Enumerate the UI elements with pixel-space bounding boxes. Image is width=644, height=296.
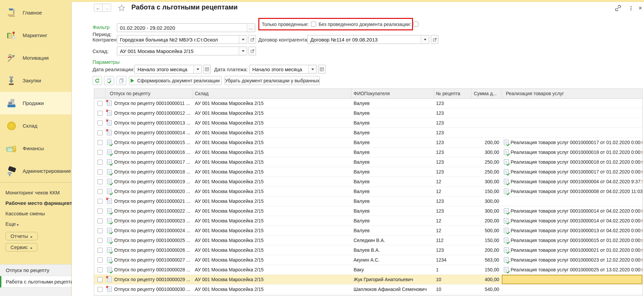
sidebar-item-finance[interactable]: Финансы [0, 137, 71, 160]
table-row[interactable]: Отпуск по рецепту 00010000028 ... АУ 001… [94, 265, 642, 275]
table-row[interactable]: Отпуск по рецепту 00010000022 ... АУ 001… [94, 206, 642, 216]
sidebar-link-3[interactable]: Еще▸ [5, 219, 71, 229]
doc-cell[interactable]: Отпуск по рецепту 00010000023 ... [106, 216, 193, 225]
payment-date-calendar-button[interactable] [318, 65, 326, 74]
sidebar-link-2[interactable]: Кассовые смены [5, 208, 71, 219]
doc-cell[interactable]: Отпуск по рецепту 00010000028 ... [106, 265, 193, 274]
payment-date-dropdown-button[interactable] [308, 65, 316, 73]
doc-cell[interactable]: Отпуск по рецепту 00010000026 ... [106, 245, 193, 255]
warehouse-cell[interactable]: АУ 001 Москва Маросейка 2/15 [193, 206, 352, 216]
row-checkbox[interactable] [98, 277, 103, 282]
deselect-all-button[interactable] [116, 76, 126, 85]
counterparty-dropdown-button[interactable] [239, 35, 247, 44]
column-header-2[interactable]: ФИОПокупателя [352, 89, 434, 98]
table-row[interactable]: Отпуск по рецепту 00010000011 ... АУ 001… [94, 99, 642, 108]
period-field[interactable]: 01.02.2020 - 29.02.2020 ... [117, 23, 255, 32]
warehouse-cell[interactable]: АУ 001 Москва Маросейка 2/15 [193, 157, 352, 167]
row-checkbox[interactable] [98, 267, 103, 272]
sum-cell[interactable]: 200,00 [472, 245, 502, 255]
period-more-button[interactable]: ... [247, 24, 255, 32]
recipe-number-cell[interactable]: 123 [434, 128, 472, 137]
select-all-button[interactable] [104, 76, 114, 85]
doc-cell[interactable]: Отпуск по рецепту 00010000013 ... [106, 118, 193, 128]
doc-cell[interactable]: Отпуск по рецепту 00010000029 ... [106, 275, 193, 284]
recipe-number-cell[interactable]: 123 [434, 108, 472, 118]
contract-field[interactable]: Договор №114 от 09.08.2013 [307, 35, 429, 44]
table-row[interactable]: Отпуск по рецепту 00010000023 ... АУ 001… [94, 216, 642, 226]
sidebar-item-home[interactable]: Главное [0, 1, 71, 24]
recipe-number-cell[interactable]: 123 [434, 99, 472, 108]
buyer-cell[interactable]: Валуев [352, 187, 434, 196]
table-row[interactable]: Отпуск по рецепту 00010000025 ... АУ 001… [94, 236, 642, 245]
counterparty-open-button[interactable] [249, 35, 256, 44]
forward-button[interactable]: → [102, 4, 111, 12]
counterparty-field[interactable]: Городская больница №2 МБУЗ г.Ст.Оскол [117, 35, 247, 44]
doc-cell[interactable]: Отпуск по рецепту 00010000027 ... [106, 255, 193, 265]
recipe-number-cell[interactable]: 1 [434, 265, 472, 274]
sidebar-item-sales[interactable]: Продажи [0, 92, 71, 114]
realization-cell[interactable]: Реализация товаров услуг 00010000008 от … [502, 187, 642, 196]
payment-date-value[interactable]: Начало этого месяца [250, 65, 308, 73]
realization-cell[interactable]: Реализация товаров услуг 00010000014 от … [502, 206, 642, 216]
buyer-cell[interactable]: Валуев В.А. [352, 245, 434, 255]
warehouse-cell[interactable]: АУ 001 Москва Маросейка 2/15 [193, 196, 352, 206]
buyer-cell[interactable]: Валуев [352, 147, 434, 157]
realization-cell[interactable]: Реализация товаров услуг 00010000004 от … [502, 177, 642, 186]
recipe-number-cell[interactable]: 10 [434, 275, 472, 284]
row-checkbox[interactable] [98, 209, 103, 214]
row-checkbox[interactable] [98, 140, 103, 145]
warehouse-cell[interactable]: АУ 001 Москва Маросейка 2/15 [193, 167, 352, 177]
row-checkbox[interactable] [98, 150, 103, 155]
warehouse-cell[interactable]: АУ 001 Москва Маросейка 2/15 [193, 275, 352, 284]
recipe-number-cell[interactable]: 123 [434, 167, 472, 177]
warehouse-cell[interactable]: АУ 001 Москва Маросейка 2/15 [193, 187, 352, 196]
doc-cell[interactable]: Отпуск по рецепту 00010000030 ... [106, 285, 193, 294]
buyer-cell[interactable]: Валуев [352, 157, 434, 167]
realization-cell[interactable] [502, 128, 642, 137]
sale-date-calendar-button[interactable] [203, 65, 211, 74]
warehouse-cell[interactable]: АУ 001 Москва Маросейка 2/15 [193, 108, 352, 118]
sum-cell[interactable]: 540,00 [472, 285, 502, 294]
buyer-cell[interactable]: Селедкин В.А. [352, 236, 434, 245]
recipe-number-cell[interactable]: 123 [434, 196, 472, 206]
table-row[interactable]: Отпуск по рецепту 00010000018 ... АУ 001… [94, 167, 642, 177]
doc-cell[interactable]: Отпуск по рецепту 00010000017 ... [106, 157, 193, 167]
realization-cell[interactable] [502, 118, 642, 128]
doc-cell[interactable]: Отпуск по рецепту 00010000018 ... [106, 167, 193, 177]
doc-cell[interactable]: Отпуск по рецепту 00010000019 ... [106, 177, 193, 186]
warehouse-field[interactable]: АУ 001 Москва Маросейка 2/15 [117, 47, 247, 55]
buyer-cell[interactable]: Валуев [352, 177, 434, 186]
warehouse-cell[interactable]: АУ 001 Москва Маросейка 2/15 [193, 226, 352, 235]
sum-cell[interactable]: 300,00 [472, 147, 502, 157]
doc-cell[interactable]: Отпуск по рецепту 00010000021 ... [106, 196, 193, 206]
sum-cell[interactable]: 583,00 [472, 255, 502, 265]
doc-cell[interactable]: Отпуск по рецепту 00010000024 ... [106, 226, 193, 235]
column-header-0[interactable]: Отпуск по рецепту [106, 89, 193, 98]
recipe-number-cell[interactable]: 123 [434, 245, 472, 255]
realization-cell[interactable] [502, 275, 642, 284]
row-checkbox[interactable] [98, 130, 103, 135]
more-menu-icon[interactable] [627, 4, 635, 12]
history-item-0[interactable]: Отпуск по рецепту [0, 265, 71, 276]
only-posted-checkbox[interactable] [311, 22, 316, 27]
buyer-cell[interactable]: Валуев [352, 99, 434, 108]
row-checkbox[interactable] [98, 169, 103, 174]
doc-cell[interactable]: Отпуск по рецепту 00010000022 ... [106, 206, 193, 216]
buyer-cell[interactable]: Акунин А.С. [352, 255, 434, 265]
sum-cell[interactable]: 150,00 [472, 187, 502, 196]
sidebar-item-warehouse[interactable]: Склад [0, 114, 71, 137]
sum-cell[interactable]: 400,00 [472, 275, 502, 284]
realization-cell[interactable] [502, 196, 642, 206]
recipe-number-cell[interactable]: 12 [434, 177, 472, 186]
realization-cell[interactable]: Реализация товаров услуг 00010000018 от … [502, 147, 642, 157]
table-row[interactable]: Отпуск по рецепту 00010000026 ... АУ 001… [94, 245, 642, 255]
warehouse-value[interactable]: АУ 001 Москва Маросейка 2/15 [117, 47, 239, 55]
sum-cell[interactable]: 500,00 [472, 226, 502, 235]
sidebar-button-1[interactable]: Сервис ▸ [5, 243, 37, 251]
warehouse-cell[interactable]: АУ 001 Москва Маросейка 2/15 [193, 128, 352, 137]
table-row[interactable]: Отпуск по рецепту 00010000019 ... АУ 001… [94, 177, 642, 187]
row-checkbox[interactable] [98, 258, 103, 263]
sum-cell[interactable] [472, 128, 502, 137]
back-button[interactable]: ← [94, 4, 103, 12]
realization-cell[interactable] [502, 108, 642, 118]
